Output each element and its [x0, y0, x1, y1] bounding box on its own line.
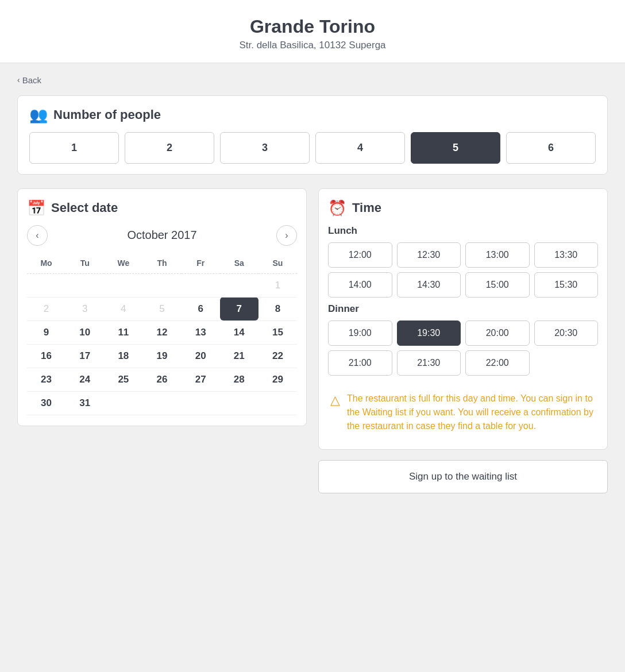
calendar-day-23[interactable]: 23 — [27, 368, 65, 391]
calendar-day-19[interactable]: 19 — [142, 344, 181, 368]
dinner-time-btn-1900[interactable]: 19:00 — [328, 320, 392, 346]
calendar-day-muted-5: 5 — [142, 297, 181, 320]
calendar-empty-cell — [220, 391, 259, 415]
next-month-button[interactable]: › — [276, 225, 297, 246]
lunch-time-btn-1400[interactable]: 14:00 — [328, 272, 392, 298]
dinner-time-btn-1930[interactable]: 19:30 — [397, 320, 461, 346]
calendar-day-30[interactable]: 30 — [27, 391, 65, 415]
calendar-day-header-tu: Tu — [65, 255, 104, 274]
people-btn-5[interactable]: 5 — [411, 132, 500, 164]
calendar-empty-cell — [104, 273, 142, 297]
time-section: ⏰ Time Lunch 12:0012:3013:0013:3014:0014… — [318, 188, 608, 450]
back-link[interactable]: ‹ Back — [17, 75, 41, 85]
calendar-section-header: 📅 Select date — [27, 199, 297, 217]
warning-icon: △ — [330, 393, 340, 408]
calendar-day-9[interactable]: 9 — [27, 320, 65, 344]
calendar-day-selected-7[interactable]: 7 — [220, 297, 259, 320]
dinner-label: Dinner — [328, 303, 598, 315]
lunch-time-btn-1500[interactable]: 15:00 — [465, 272, 530, 298]
restaurant-name: Grande Torino — [11, 16, 614, 37]
calendar-day-muted-1: 1 — [259, 273, 297, 297]
back-chevron-icon: ‹ — [17, 75, 20, 84]
calendar-day-21[interactable]: 21 — [220, 344, 259, 368]
dinner-time-btn-2200[interactable]: 22:00 — [465, 350, 530, 376]
lower-row: 📅 Select date ‹ October 2017 › MoTuWeThF… — [17, 188, 608, 493]
calendar-empty-cell — [182, 391, 220, 415]
calendar-day-27[interactable]: 27 — [182, 368, 220, 391]
calendar-day-24[interactable]: 24 — [65, 368, 104, 391]
calendar-empty-cell — [220, 273, 259, 297]
calendar-day-6[interactable]: 6 — [182, 297, 220, 320]
calendar-day-muted-2: 2 — [27, 297, 65, 320]
calendar-day-26[interactable]: 26 — [142, 368, 181, 391]
calendar-day-header-fr: Fr — [182, 255, 220, 274]
calendar-day-header-su: Su — [259, 255, 297, 274]
calendar-empty-cell — [142, 391, 181, 415]
calendar-nav: ‹ October 2017 › — [27, 225, 297, 246]
calendar-day-18[interactable]: 18 — [104, 344, 142, 368]
people-btn-6[interactable]: 6 — [506, 132, 596, 164]
calendar-table: MoTuWeThFrSaSu12345678910111213141516171… — [27, 255, 297, 415]
waiting-list-section: Sign up to the waiting list — [318, 460, 608, 493]
calendar-day-muted-4: 4 — [104, 297, 142, 320]
time-section-header: ⏰ Time — [328, 199, 598, 217]
calendar-day-15[interactable]: 15 — [259, 320, 297, 344]
waiting-list-button[interactable]: Sign up to the waiting list — [318, 460, 608, 493]
calendar-day-muted-3: 3 — [65, 297, 104, 320]
time-outer: ⏰ Time Lunch 12:0012:3013:0013:3014:0014… — [318, 188, 608, 493]
clock-icon: ⏰ — [328, 199, 346, 217]
calendar-empty-cell — [104, 391, 142, 415]
lunch-time-btn-1330[interactable]: 13:30 — [534, 242, 599, 268]
dinner-time-btn-2130[interactable]: 21:30 — [397, 350, 461, 376]
calendar-day-22[interactable]: 22 — [259, 344, 297, 368]
calendar-day-13[interactable]: 13 — [182, 320, 220, 344]
people-icon: 👥 — [29, 106, 48, 124]
calendar-day-17[interactable]: 17 — [65, 344, 104, 368]
calendar-section-title: Select date — [51, 200, 118, 215]
people-btn-3[interactable]: 3 — [220, 132, 310, 164]
calendar-day-20[interactable]: 20 — [182, 344, 220, 368]
calendar-day-28[interactable]: 28 — [220, 368, 259, 391]
header: Grande Torino Str. della Basilica, 10132… — [0, 0, 625, 63]
calendar-day-12[interactable]: 12 — [142, 320, 181, 344]
calendar-day-header-th: Th — [142, 255, 181, 274]
lunch-time-grid: 12:0012:3013:0013:3014:0014:3015:0015:30 — [328, 242, 598, 298]
calendar-day-31[interactable]: 31 — [65, 391, 104, 415]
calendar-day-header-we: We — [104, 255, 142, 274]
page-container: Grande Torino Str. della Basilica, 10132… — [0, 0, 625, 672]
people-btn-4[interactable]: 4 — [315, 132, 405, 164]
dinner-time-btn-2000[interactable]: 20:00 — [465, 320, 530, 346]
calendar-empty-cell — [27, 273, 65, 297]
prev-month-button[interactable]: ‹ — [27, 225, 48, 246]
calendar-day-16[interactable]: 16 — [27, 344, 65, 368]
lunch-time-btn-1430[interactable]: 14:30 — [397, 272, 461, 298]
warning-text: The restaurant is full for this day and … — [347, 392, 596, 433]
calendar-empty-cell — [142, 273, 181, 297]
lunch-time-btn-1300[interactable]: 13:00 — [465, 242, 530, 268]
calendar-day-8[interactable]: 8 — [259, 297, 297, 320]
calendar-empty-cell — [65, 273, 104, 297]
calendar-day-11[interactable]: 11 — [104, 320, 142, 344]
main-content: ‹ Back 👥 Number of people 123456 📅 Selec… — [0, 63, 625, 505]
calendar-day-header-mo: Mo — [27, 255, 65, 274]
dinner-time-btn-2030[interactable]: 20:30 — [534, 320, 599, 346]
calendar-empty-cell — [182, 273, 220, 297]
people-btn-1[interactable]: 1 — [29, 132, 119, 164]
calendar-day-10[interactable]: 10 — [65, 320, 104, 344]
dinner-time-btn-2100[interactable]: 21:00 — [328, 350, 392, 376]
lunch-time-btn-1200[interactable]: 12:00 — [328, 242, 392, 268]
calendar-day-25[interactable]: 25 — [104, 368, 142, 391]
calendar-day-29[interactable]: 29 — [259, 368, 297, 391]
warning-box: △ The restaurant is full for this day an… — [328, 386, 598, 439]
calendar-section: 📅 Select date ‹ October 2017 › MoTuWeThF… — [17, 188, 307, 426]
lunch-time-btn-1530[interactable]: 15:30 — [534, 272, 599, 298]
people-grid: 123456 — [29, 132, 596, 164]
people-section-title: Number of people — [53, 107, 161, 122]
calendar-day-14[interactable]: 14 — [220, 320, 259, 344]
time-section-title: Time — [352, 200, 381, 215]
lunch-time-btn-1230[interactable]: 12:30 — [397, 242, 461, 268]
people-btn-2[interactable]: 2 — [125, 132, 214, 164]
calendar-day-header-sa: Sa — [220, 255, 259, 274]
calendar-month-label: October 2017 — [127, 229, 196, 242]
dinner-time-grid: 19:0019:3020:0020:3021:0021:3022:00 — [328, 320, 598, 376]
